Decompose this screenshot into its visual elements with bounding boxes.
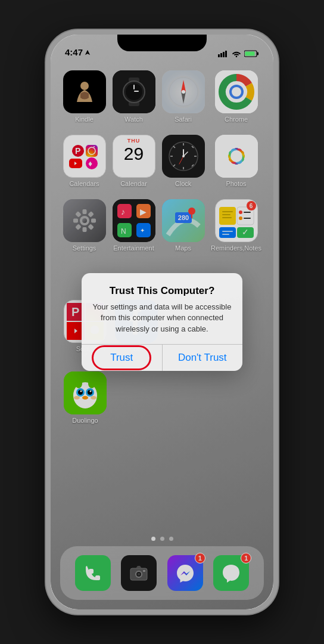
dialog-title: Trust This Computer? bbox=[91, 285, 233, 297]
trust-button[interactable]: Trust bbox=[82, 345, 163, 371]
svg-rect-5 bbox=[257, 52, 259, 55]
signal-icon bbox=[218, 50, 229, 57]
phone-screen: 4:47 bbox=[51, 35, 273, 609]
trust-button-label: Trust bbox=[110, 352, 133, 363]
location-icon bbox=[85, 49, 91, 55]
dont-trust-button-label: Don't Trust bbox=[178, 352, 227, 363]
dialog-overlay: Trust This Computer? Your settings and d… bbox=[51, 35, 273, 609]
svg-rect-0 bbox=[218, 54, 220, 57]
svg-rect-3 bbox=[225, 51, 227, 57]
svg-rect-6 bbox=[245, 52, 255, 56]
phone-frame: 4:47 bbox=[46, 30, 278, 614]
dont-trust-button[interactable]: Don't Trust bbox=[163, 345, 243, 371]
trust-dialog: Trust This Computer? Your settings and d… bbox=[82, 273, 242, 371]
wifi-icon bbox=[232, 50, 241, 57]
status-time: 4:47 bbox=[65, 47, 83, 57]
dialog-message: Your settings and data will be accessibl… bbox=[91, 302, 233, 335]
status-icons bbox=[218, 50, 259, 57]
notch bbox=[117, 35, 207, 51]
dialog-buttons: Trust Don't Trust bbox=[82, 344, 242, 371]
svg-rect-1 bbox=[220, 53, 222, 57]
battery-icon bbox=[244, 50, 259, 57]
svg-rect-2 bbox=[223, 52, 225, 57]
